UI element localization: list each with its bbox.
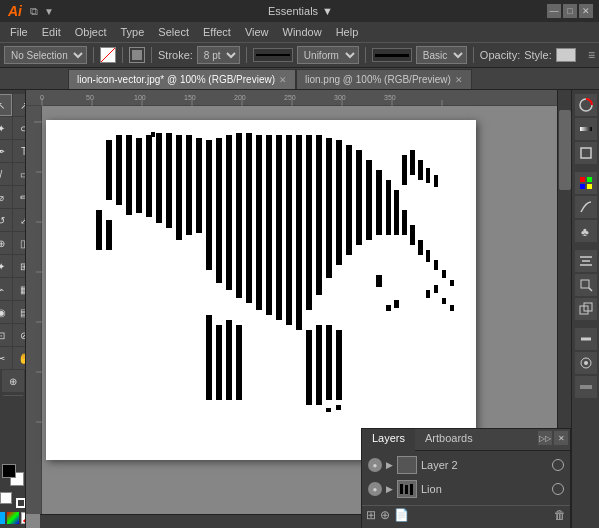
layer-arrow-lion[interactable]: ▶ — [386, 484, 393, 494]
zoom-tool[interactable]: ⊕ — [2, 370, 24, 392]
menu-edit[interactable]: Edit — [36, 24, 67, 40]
swatches-panel-btn[interactable] — [575, 172, 597, 194]
blend-tool[interactable]: ⊕ — [0, 232, 12, 254]
gradient-panel-btn[interactable] — [575, 118, 597, 140]
slice-tool[interactable]: ⊡ — [0, 324, 12, 346]
rectangle-tool[interactable]: ▭ — [13, 163, 26, 185]
layer-eye-layer2[interactable]: ● — [368, 458, 382, 472]
fill-color-box[interactable] — [129, 47, 145, 63]
layer-row-lion[interactable]: ● ▶ Lion — [364, 477, 568, 501]
layers-tab-layers[interactable]: Layers — [362, 429, 415, 451]
menu-view[interactable]: View — [239, 24, 275, 40]
layer-target-layer2[interactable] — [552, 459, 564, 471]
eyedropper-tool[interactable]: ✦ — [0, 255, 12, 277]
color-panel-btn[interactable] — [575, 94, 597, 116]
tool-row-7: ⊕ ◫ — [0, 232, 26, 254]
warp-tool[interactable]: ⌁ — [0, 278, 12, 300]
pencil-tool[interactable]: ✏ — [13, 186, 26, 208]
align-panel-btn[interactable] — [575, 250, 597, 272]
brushes-panel-btn[interactable] — [575, 196, 597, 218]
svg-rect-62 — [236, 325, 242, 400]
layers-delete-btn[interactable]: 🗑 — [554, 508, 566, 522]
stroke-indicator[interactable] — [16, 498, 26, 508]
magic-wand-tool[interactable]: ✦ — [0, 117, 12, 139]
maximize-button[interactable]: □ — [563, 4, 577, 18]
color-area — [0, 462, 26, 528]
hand-tool[interactable]: ✋ — [13, 347, 26, 369]
menu-select[interactable]: Select — [152, 24, 195, 40]
svg-rect-49 — [356, 150, 362, 245]
measure-tool[interactable]: ⊞ — [13, 255, 26, 277]
pathfinder-panel-btn[interactable] — [575, 298, 597, 320]
close-button[interactable]: ✕ — [579, 4, 593, 18]
scissors-tool[interactable]: ✂ — [0, 347, 12, 369]
graph-tool[interactable]: ▦ — [13, 278, 26, 300]
svg-rect-78 — [96, 210, 102, 250]
selection-dropdown[interactable]: No Selection — [4, 46, 87, 64]
svg-rect-79 — [106, 220, 112, 250]
layers-new-sublayer-btn[interactable]: ⊕ — [380, 508, 390, 522]
stroke-width-input[interactable]: 8 pt — [197, 46, 240, 64]
eraser-tool[interactable]: ⊘ — [13, 324, 26, 346]
tab-close-2[interactable]: ✕ — [455, 75, 463, 85]
fill-indicator[interactable] — [0, 492, 12, 504]
layers-tab-artboards[interactable]: Artboards — [415, 429, 483, 450]
stroke-panel-btn[interactable] — [575, 328, 597, 350]
menu-effect[interactable]: Effect — [197, 24, 237, 40]
graphic-styles-btn[interactable] — [575, 376, 597, 398]
line-tool[interactable]: / — [0, 163, 12, 185]
type-tool[interactable]: T — [13, 140, 26, 162]
style-label: Style: — [524, 49, 552, 61]
stroke-basic-select[interactable]: Basic — [416, 46, 467, 64]
window-controls[interactable]: — □ ✕ — [547, 4, 593, 18]
paintbrush-tool[interactable]: ⌀ — [0, 186, 12, 208]
layers-content: ● ▶ Layer 2 ● ▶ Lion — [362, 451, 570, 503]
toolbox: ↖ ↗ ✦ ⊂ ✒ T / ▭ ⌀ ✏ ↺ ⤢ ⊕ ◫ ✦ ⊞ — [0, 90, 26, 528]
layer-target-lion[interactable] — [552, 483, 564, 495]
appearance-panel-btn[interactable] — [575, 142, 597, 164]
layers-new-layer-btn[interactable]: 📄 — [394, 508, 409, 522]
stroke-color-box[interactable] — [100, 47, 116, 63]
stroke-uniform-select[interactable]: Uniform — [297, 46, 359, 64]
vertical-scrollbar-thumb[interactable] — [559, 110, 571, 190]
rotate-tool[interactable]: ↺ — [0, 209, 12, 231]
stroke-fill-swatches[interactable] — [0, 492, 26, 508]
color-mode-btn[interactable] — [0, 512, 5, 524]
gradient-tool[interactable]: ◫ — [13, 232, 26, 254]
workspace-area[interactable]: Essentials ▼ — [268, 5, 333, 17]
gradient-mode-btn[interactable] — [7, 512, 19, 524]
effects-panel-btn[interactable] — [575, 352, 597, 374]
layer-row-layer2[interactable]: ● ▶ Layer 2 — [364, 453, 568, 477]
tab-close-1[interactable]: ✕ — [279, 75, 287, 85]
menu-window[interactable]: Window — [277, 24, 328, 40]
lasso-tool[interactable]: ⊂ — [13, 117, 26, 139]
menu-type[interactable]: Type — [115, 24, 151, 40]
menu-object[interactable]: Object — [69, 24, 113, 40]
selection-tool[interactable]: ↖ — [0, 94, 12, 116]
toolbar-divider-5 — [365, 47, 366, 63]
color-swatches[interactable] — [0, 462, 26, 488]
svg-rect-82 — [306, 395, 312, 405]
layers-panel-menu[interactable]: ✕ — [554, 431, 568, 445]
layers-panel-collapse[interactable]: ▷▷ — [538, 431, 552, 445]
svg-rect-31 — [176, 135, 182, 240]
style-preview[interactable] — [556, 48, 576, 62]
layer-arrow-layer2[interactable]: ▶ — [386, 460, 393, 470]
column-tool[interactable]: ▤ — [13, 301, 26, 323]
toolbar-overflow-icon[interactable]: ≡ — [588, 48, 595, 62]
symbol-tool[interactable]: ◉ — [0, 301, 12, 323]
direct-selection-tool[interactable]: ↗ — [13, 94, 26, 116]
tab-lion-vector[interactable]: lion-icon-vector.jpg* @ 100% (RGB/Previe… — [68, 69, 296, 89]
layer-eye-lion[interactable]: ● — [368, 482, 382, 496]
foreground-color-swatch[interactable] — [2, 464, 16, 478]
tab-lion-png[interactable]: lion.png @ 100% (RGB/Preview) ✕ — [296, 69, 472, 89]
pen-tool[interactable]: ✒ — [0, 140, 12, 162]
menu-help[interactable]: Help — [330, 24, 365, 40]
minimize-button[interactable]: — — [547, 4, 561, 18]
symbols-panel-btn[interactable]: ♣ — [575, 220, 597, 242]
scale-tool[interactable]: ⤢ — [13, 209, 26, 231]
layers-panel: Layers Artboards ▷▷ ✕ ● ▶ Layer 2 ● ▶ Li… — [361, 428, 571, 528]
layers-make-clip-btn[interactable]: ⊞ — [366, 508, 376, 522]
transform-panel-btn[interactable] — [575, 274, 597, 296]
menu-file[interactable]: File — [4, 24, 34, 40]
